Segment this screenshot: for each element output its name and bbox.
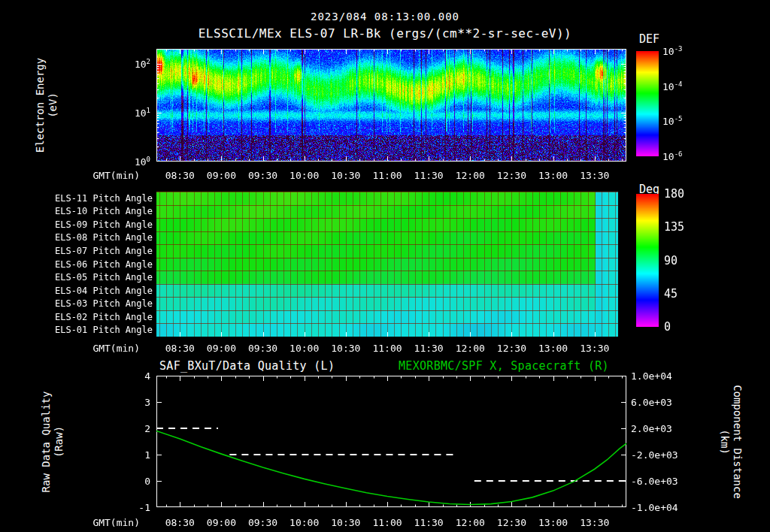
pitch-row-label: ELS-05 Pitch Angle (55, 272, 153, 283)
x-tick-label: 12:30 (497, 170, 526, 181)
deg-tick-label: 45 (664, 287, 678, 301)
x-tick-label: 10:30 (331, 170, 360, 181)
deg-tick-label: 0 (664, 320, 671, 334)
quality-tick-label: 3 (144, 397, 150, 408)
def-tick-label: 10-5 (662, 115, 683, 127)
pitch-row-label: ELS-09 Pitch Angle (55, 219, 153, 230)
electron-energy-axis-label: Electron Energy (eV) (34, 58, 59, 153)
x-tick-label: 13:30 (580, 170, 609, 181)
distance-tick-label: 6.0e+03 (631, 397, 672, 408)
axis-label-line: (Raw) (53, 391, 65, 493)
quality-tick-label: 2 (144, 423, 150, 434)
x-tick-label: 13:00 (538, 343, 568, 354)
deg-tick-label: 135 (664, 220, 684, 234)
pitch-row-label: ELS-06 Pitch Angle (55, 259, 153, 270)
pitch-row-label: ELS-01 Pitch Angle (55, 325, 153, 335)
deg-tick-label: 90 (664, 254, 678, 268)
spacecraft-series-title: MEXORBMC/SPF X, Spacecraft (R) (399, 359, 609, 373)
x-tick-label: 11:30 (414, 343, 444, 354)
pitch-row-label: ELS-11 Pitch Angle (55, 193, 153, 204)
x-tick-label: 13:00 (538, 517, 568, 528)
axis-label-line: Component Distance (731, 385, 744, 499)
electron-energy-spectrogram-canvas (156, 49, 626, 162)
energy-tick-label: 102 (135, 57, 150, 69)
x-tick-label: 11:30 (414, 170, 444, 181)
gmt-axis-label: GMT(min) (92, 343, 140, 354)
distance-tick-label: 2.0e+03 (631, 423, 672, 434)
x-tick-label: 11:00 (372, 343, 402, 354)
timestamp-title: 2023/084 08:13:00.000 (0, 11, 770, 23)
axis-label-line: (km) (718, 385, 731, 499)
axis-label-line: Electron Energy (34, 58, 47, 153)
def-colorbar (636, 51, 659, 156)
x-tick-label: 10:00 (290, 170, 319, 181)
quality-tick-label: -1 (138, 502, 150, 513)
pitch-row-label: ELS-08 Pitch Angle (55, 232, 153, 243)
x-tick-label: 10:00 (290, 343, 319, 354)
distance-tick-label: -1.0e+04 (631, 502, 678, 513)
x-tick-label: 09:00 (207, 517, 236, 528)
x-tick-label: 13:00 (538, 170, 568, 181)
quality-tick-label: 4 (144, 370, 150, 382)
plot-page: 2023/084 08:13:00.000 ELSSCIL/MEx ELS-07… (0, 0, 770, 532)
pitch-row-label: ELS-07 Pitch Angle (55, 246, 153, 256)
x-tick-label: 10:00 (290, 517, 319, 528)
x-tick-label: 09:00 (207, 170, 236, 181)
x-tick-label: 09:30 (248, 170, 277, 181)
x-tick-label: 09:00 (207, 343, 236, 354)
x-tick-label: 11:30 (414, 517, 444, 528)
quality-tick-label: 0 (144, 476, 150, 487)
gmt-axis-label: GMT(min) (92, 170, 140, 181)
def-colorbar-title: DEF (639, 32, 659, 46)
x-tick-label: 10:30 (331, 343, 360, 354)
x-tick-label: 10:30 (331, 517, 360, 528)
def-tick-label: 10-4 (662, 80, 683, 92)
component-distance-axis-label: Component Distance (km) (718, 385, 744, 499)
x-tick-label: 08:30 (165, 517, 195, 528)
quality-tick-label: 1 (144, 449, 150, 461)
x-tick-label: 11:00 (372, 170, 402, 181)
x-tick-label: 12:00 (456, 343, 485, 354)
energy-tick-label: 101 (135, 107, 150, 119)
def-tick-label: 10-3 (662, 45, 683, 57)
pitch-row-label: ELS-04 Pitch Angle (55, 286, 153, 296)
distance-tick-label: 1.0e+04 (631, 370, 672, 382)
x-tick-label: 08:30 (165, 343, 195, 354)
x-tick-label: 08:30 (165, 170, 195, 181)
pitch-angle-panel-canvas (156, 192, 626, 337)
gmt-axis-label: GMT(min) (92, 517, 140, 528)
pitch-row-label: ELS-03 Pitch Angle (55, 298, 153, 309)
pitch-row-label: ELS-02 Pitch Angle (55, 312, 153, 322)
axis-label-line: Raw Data Quality (40, 391, 53, 493)
x-tick-label: 12:00 (456, 517, 485, 528)
x-tick-label: 09:30 (248, 343, 277, 354)
distance-tick-label: -2.0e+03 (631, 449, 678, 461)
x-tick-label: 09:30 (248, 517, 277, 528)
x-tick-label: 11:00 (372, 517, 402, 528)
x-tick-label: 12:30 (497, 343, 526, 354)
raw-data-quality-axis-label: Raw Data Quality (Raw) (40, 391, 65, 493)
distance-tick-label: -6.0e+03 (631, 476, 678, 487)
deg-colorbar (636, 194, 659, 327)
quality-series-title: SAF_BXuT/Data Quality (L) (159, 359, 335, 373)
deg-tick-label: 180 (664, 187, 684, 201)
pitch-row-label: ELS-10 Pitch Angle (55, 206, 153, 216)
energy-tick-label: 100 (135, 156, 150, 168)
x-tick-label: 13:30 (580, 343, 609, 354)
axis-label-line: (eV) (47, 58, 59, 153)
x-tick-label: 12:00 (456, 170, 485, 181)
quality-distance-plot-canvas (156, 376, 626, 507)
x-tick-label: 13:30 (580, 517, 609, 528)
def-tick-label: 10-6 (662, 150, 683, 162)
x-tick-label: 12:30 (497, 517, 526, 528)
